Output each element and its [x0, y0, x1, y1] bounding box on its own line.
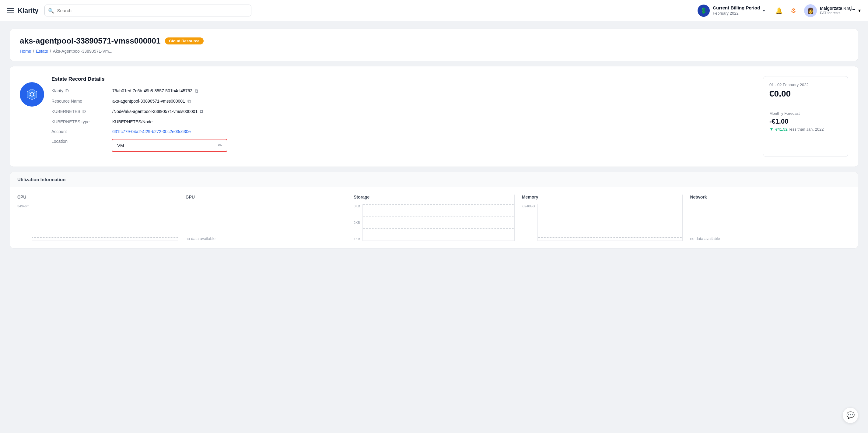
detail-row-k8s-type: KUBERNETES type KUBERNETES/Node: [52, 119, 753, 124]
header-icons: 🔔 ⚙: [773, 5, 799, 17]
billing-panel: 01 - 02 February 2022 €0.00 Monthly Fore…: [763, 76, 848, 157]
chart-network: Network no data available: [682, 195, 851, 241]
resource-title-row: aks-agentpool-33890571-vmss000001 Cloud …: [20, 36, 848, 46]
breadcrumb-sep-2: /: [50, 49, 51, 54]
details-card: Estate Record Details Klarity ID 76ab01e…: [10, 66, 858, 167]
utilization-header: Utilization Information: [10, 172, 858, 187]
forecast-arrow-icon: ▼: [769, 127, 774, 132]
chart-memory-data-line: [538, 237, 683, 237]
detail-row-k8s-id: KUBERNETES ID /Node/aks-agentpool-338905…: [52, 109, 753, 115]
monthly-forecast-label: Monthly Forecast: [769, 111, 842, 116]
label-resource-name: Resource Name: [52, 99, 112, 104]
page-header-card: aks-agentpool-33890571-vmss000001 Cloud …: [10, 29, 858, 61]
breadcrumb-sep-1: /: [33, 49, 34, 54]
value-k8s-id: /Node/aks-agentpool-33890571-vmss000001: [112, 109, 197, 114]
search-input[interactable]: [44, 5, 251, 17]
breadcrumb-estate[interactable]: Estate: [36, 49, 48, 54]
billing-icon: 💲: [698, 5, 710, 17]
value-k8s-id-wrap: /Node/aks-agentpool-33890571-vmss000001 …: [112, 109, 203, 115]
header-right: 💲 Current Billing Period February 2022 ▾…: [694, 3, 861, 19]
chat-button[interactable]: 💬: [842, 407, 858, 423]
chart-memory-area: i3248GB: [522, 204, 683, 241]
value-k8s-type: KUBERNETES/Node: [112, 119, 753, 124]
chart-memory: Memory i3248GB: [514, 195, 683, 241]
estate-details-title: Estate Record Details: [52, 76, 753, 82]
label-location: Location: [52, 139, 112, 144]
chart-cpu-plot: [32, 204, 178, 241]
user-chevron: ▾: [858, 8, 861, 13]
breadcrumb: Home / Estate / Aks-Agentpool-33890571-V…: [20, 49, 848, 54]
notification-icon: 🔔: [775, 7, 783, 14]
chart-storage-y-axis: 3KB 2KB 1KB: [354, 204, 360, 241]
billing-divider: [769, 106, 842, 106]
label-k8s-type: KUBERNETES type: [52, 119, 112, 124]
chart-storage: Storage 3KB 2KB 1KB: [346, 195, 514, 241]
copy-resource-name[interactable]: ⧉: [187, 99, 191, 104]
value-resource-name: aks-agentpool-33890571-vmss000001: [112, 99, 185, 104]
chart-cpu-y-axis: 34946m: [17, 204, 30, 241]
label-k8s-id: KUBERNETES ID: [52, 109, 112, 114]
chart-memory-y-axis: i3248GB: [522, 204, 535, 241]
chart-cpu-data-line: [32, 237, 178, 237]
chart-memory-plot: [537, 204, 683, 241]
chart-storage-label: Storage: [354, 195, 514, 199]
value-resource-name-wrap: aks-agentpool-33890571-vmss000001 ⧉: [112, 99, 191, 104]
value-klarity-id: 76ab01ed-7d6b-49b8-8557-501b4cf45762: [112, 88, 192, 93]
location-value: VM: [117, 143, 124, 148]
chart-network-label: Network: [690, 195, 851, 199]
billing-text: Current Billing Period February 2022: [713, 5, 760, 16]
cloud-resource-badge: Cloud Resource: [165, 37, 204, 45]
header: Klarity 🔍 💲 Current Billing Period Febru…: [0, 0, 868, 21]
user-area[interactable]: 👩 Małgorzata Kraj... PAT for tests ▾: [804, 4, 861, 17]
detail-row-location: Location VM ✏: [52, 139, 753, 152]
copy-klarity-id[interactable]: ⧉: [195, 88, 198, 94]
header-left: Klarity: [7, 7, 38, 15]
monthly-forecast-value: -€1.00: [769, 118, 842, 125]
billing-period[interactable]: 💲 Current Billing Period February 2022 ▾: [694, 3, 768, 19]
search-bar: 🔍: [44, 5, 251, 17]
billing-chevron: ▾: [763, 8, 765, 13]
billing-title: Current Billing Period: [713, 5, 760, 11]
main-content: aks-agentpool-33890571-vmss000001 Cloud …: [0, 21, 868, 256]
svg-marker-0: [27, 89, 37, 100]
hamburger-menu[interactable]: [7, 8, 14, 13]
chart-cpu-label: CPU: [17, 195, 178, 199]
billing-subtitle: February 2022: [713, 11, 760, 16]
chart-gpu-no-data: no data available: [186, 236, 215, 241]
chart-gpu-label: GPU: [186, 195, 346, 199]
value-account[interactable]: 631fc779-04a2-4f29-b272-0bc2e03c630e: [112, 129, 753, 134]
k8s-icon: [20, 82, 44, 107]
avatar: 👩: [804, 4, 817, 17]
detail-row-resource-name: Resource Name aks-agentpool-33890571-vms…: [52, 99, 753, 104]
billing-cost: €0.00: [769, 89, 842, 99]
user-name: Małgorzata Kraj...: [820, 5, 855, 11]
chart-gpu-area: no data available: [186, 204, 346, 241]
settings-button[interactable]: ⚙: [788, 5, 799, 17]
resource-title: aks-agentpool-33890571-vmss000001: [20, 36, 161, 46]
location-field[interactable]: VM ✏: [112, 139, 227, 152]
chart-gpu: GPU no data available: [178, 195, 346, 241]
utilization-charts: CPU 34946m GPU no data available: [10, 187, 858, 248]
chart-storage-plot: [363, 204, 514, 241]
chart-storage-area: 3KB 2KB 1KB: [354, 204, 514, 241]
utilization-card: Utilization Information CPU 34946m GPU: [10, 172, 858, 249]
copy-k8s-id[interactable]: ⧉: [200, 109, 203, 115]
details-left: Estate Record Details Klarity ID 76ab01e…: [20, 76, 753, 157]
value-klarity-id-wrap: 76ab01ed-7d6b-49b8-8557-501b4cf45762 ⧉: [112, 88, 198, 94]
chart-network-no-data: no data available: [690, 236, 720, 241]
edit-location-icon[interactable]: ✏: [218, 143, 222, 148]
search-icon: 🔍: [48, 8, 54, 13]
label-account: Account: [52, 129, 112, 134]
user-info: Małgorzata Kraj... PAT for tests: [820, 5, 855, 16]
settings-icon: ⚙: [791, 7, 796, 14]
chart-cpu-area: 34946m: [17, 204, 178, 241]
logo: Klarity: [18, 7, 38, 15]
breadcrumb-current: Aks-Agentpool-33890571-Vm...: [53, 49, 112, 54]
detail-row-klarity-id: Klarity ID 76ab01ed-7d6b-49b8-8557-501b4…: [52, 88, 753, 94]
billing-date-range: 01 - 02 February 2022: [769, 83, 842, 87]
notification-button[interactable]: 🔔: [773, 5, 785, 17]
chart-memory-label: Memory: [522, 195, 683, 199]
breadcrumb-home[interactable]: Home: [20, 49, 31, 54]
chat-icon: 💬: [846, 411, 855, 419]
chart-network-area: no data available: [690, 204, 851, 241]
